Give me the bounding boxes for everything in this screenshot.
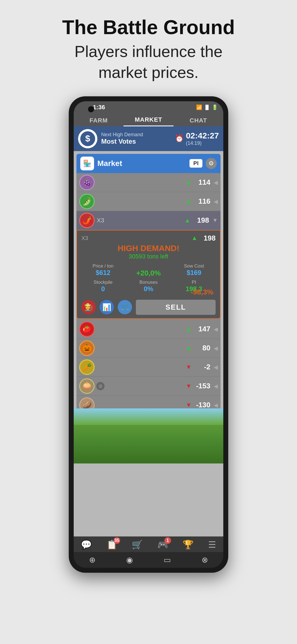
- chevron-carrot: ◀: [214, 364, 218, 370]
- hd-action-scale[interactable]: ⚖️: [118, 300, 132, 314]
- crop-price-onion: ▼ -153 ◀: [186, 382, 218, 390]
- up-arrow-pumpkin: ▲: [186, 345, 192, 352]
- crop-row-grapes[interactable]: 🍇 ▲ 114 ◀: [76, 173, 221, 192]
- demand-value: Most Votes: [101, 138, 171, 145]
- status-icons: 📶 ▐▌ 🔋: [196, 104, 218, 110]
- crop-row-pepper[interactable]: 🌶️ X3 ▲ 198 ▼: [76, 211, 221, 230]
- hd-bonuses-label: Bonuses: [127, 280, 170, 285]
- high-demand-panel: X3 ▲ 198 HIGH DEMAND! 30593 tons left Pr…: [76, 230, 221, 319]
- down-arrow-potato: ▼: [186, 402, 192, 409]
- page-subtitle: Players influence the market prices.: [62, 41, 235, 83]
- phone-frame: 1:36 📶 ▐▌ 🔋 FARM MARKET CHAT $: [69, 96, 228, 573]
- hd-actions: 👨‍🌾 📊 ⚖️ SELL: [81, 300, 216, 315]
- crop-price-tomato: ▲ 147 ◀: [186, 325, 218, 333]
- nav-item-cart[interactable]: 🛒: [132, 539, 143, 550]
- page-title: The Battle Ground: [62, 17, 235, 38]
- crop-row-pumpkin[interactable]: 🎃 ▲ 80 ◀: [76, 339, 221, 358]
- crop-price-carrot: ▼ -2 ◀: [186, 363, 218, 371]
- tab-market[interactable]: MARKET: [123, 113, 173, 126]
- demand-label: Next High Demand: [101, 132, 171, 138]
- demand-header: $ Next High Demand Most Votes ⏰ 02:42:27…: [74, 126, 223, 151]
- tab-chat[interactable]: CHAT: [174, 114, 223, 126]
- crop-icon-tomato: 🍅: [79, 321, 95, 337]
- chat-icon: 💬: [81, 539, 92, 550]
- signal-icon: ▐▌: [204, 105, 210, 110]
- hd-change2-val: -98,3%: [191, 288, 213, 296]
- nav-item-trophy[interactable]: 🏆: [183, 539, 194, 550]
- market-pl-badge[interactable]: PI: [189, 159, 202, 168]
- timer-main: 02:42:27: [186, 131, 219, 140]
- demand-timer: ⏰ 02:42:27 (14:19): [175, 131, 219, 146]
- no-badge-onion: ⊘: [96, 382, 105, 390]
- chevron-peas: ◀: [214, 198, 218, 205]
- market-settings-icon[interactable]: ⚙: [206, 158, 217, 169]
- up-arrow-pepper: ▲: [184, 217, 190, 224]
- battery-icon: 🔋: [212, 104, 218, 110]
- bottom-nav: 💬 📋 35 🛒 🎮 1 🏆 ☰: [74, 536, 223, 552]
- price-value-pepper: 198: [193, 216, 209, 225]
- down-arrow-onion: ▼: [186, 383, 192, 390]
- hd-action-farmer[interactable]: 👨‍🌾: [81, 300, 96, 314]
- crop-row-peas[interactable]: 🫛 ▲ 116 ◀: [76, 192, 221, 211]
- down-arrow-carrot: ▼: [186, 364, 192, 371]
- android-aux[interactable]: ⊗: [202, 555, 208, 564]
- up-arrow-grapes: ▲: [186, 179, 192, 186]
- high-demand-title: HIGH DEMAND!: [81, 244, 216, 253]
- crop-price-peas: ▲ 116 ◀: [186, 197, 218, 206]
- nav-item-chat[interactable]: 💬: [81, 539, 92, 550]
- android-back[interactable]: ⊕: [89, 555, 95, 564]
- crop-icon-pumpkin: 🎃: [79, 340, 95, 356]
- price-value-onion: -153: [194, 382, 210, 390]
- timer-icon: ⏰: [175, 134, 184, 143]
- chevron-pepper: ▼: [212, 217, 218, 223]
- crop-price-pepper: ▲ 198 ▼: [184, 216, 218, 225]
- hd-stockpile-label: Stockpile: [81, 280, 125, 285]
- crop-icon-carrot: 🥕: [79, 359, 95, 375]
- x3-badge: X3: [81, 235, 88, 241]
- trophy-icon: 🏆: [183, 539, 194, 550]
- demand-text: Next High Demand Most Votes: [101, 132, 171, 145]
- tab-farm[interactable]: FARM: [74, 114, 123, 126]
- crop-icon-pepper: 🌶️: [79, 213, 95, 228]
- phone-screen: 1:36 📶 ▐▌ 🔋 FARM MARKET CHAT $: [74, 101, 223, 568]
- hd-action-chart[interactable]: 📊: [100, 300, 114, 314]
- chevron-onion: ◀: [214, 383, 218, 389]
- crop-row-carrot[interactable]: 🥕 ▼ -2 ◀: [76, 358, 221, 377]
- crop-row-tomato[interactable]: 🍅 ▲ 147 ◀: [76, 320, 221, 339]
- pepper-multiplier: X3: [97, 217, 104, 224]
- status-time: 1:36: [93, 104, 105, 111]
- timer-sub: (14:19): [186, 140, 219, 146]
- price-value-carrot: -2: [194, 363, 210, 371]
- price-value-pumpkin: 80: [194, 344, 210, 352]
- android-home[interactable]: ◉: [126, 555, 133, 564]
- hd-sowcost-stat: Sow Cost $169: [172, 263, 216, 277]
- crop-price-potato: ▼ -130 ◀: [186, 401, 218, 409]
- crop-price-grapes: ▲ 114 ◀: [186, 178, 218, 187]
- market-panel: 🏪 Market PI ⚙ 🍇: [76, 154, 221, 434]
- market-panel-header: 🏪 Market PI ⚙: [76, 154, 221, 173]
- android-recents[interactable]: ▭: [164, 555, 171, 564]
- chevron-potato: ◀: [214, 402, 218, 408]
- sell-button[interactable]: SELL: [136, 300, 216, 315]
- hd-change-stat: +20,0%: [127, 263, 170, 277]
- crop-icon-peas: 🫛: [79, 194, 95, 209]
- market-title-text: Market: [97, 159, 186, 168]
- crop-icon-onion: 🧅: [79, 378, 95, 394]
- hd-sowcost-val: $169: [172, 269, 216, 277]
- nav-item-gamepad[interactable]: 🎮 1: [157, 539, 168, 550]
- cart-icon: 🛒: [132, 539, 143, 550]
- demand-logo: $: [78, 129, 97, 148]
- hd-stockpile-stat: Stockpile 0: [81, 280, 125, 293]
- nav-item-menu[interactable]: ☰: [208, 539, 216, 550]
- nav-item-inventory[interactable]: 📋 35: [106, 539, 117, 550]
- hd-up-arrow: ▲: [191, 234, 197, 242]
- farm-background: [74, 408, 223, 463]
- price-value-potato: -130: [194, 401, 210, 409]
- crop-row-onion[interactable]: 🧅 ⊘ ▼ -153 ◀: [76, 377, 221, 396]
- phone-camera: [88, 106, 94, 112]
- hd-bonuses-val: 0%: [127, 285, 170, 293]
- up-arrow-peas: ▲: [186, 198, 192, 205]
- chevron-pumpkin: ◀: [214, 345, 218, 351]
- hd-pi-label: PI: [172, 280, 216, 285]
- hd-change-val: +20,0%: [127, 269, 170, 277]
